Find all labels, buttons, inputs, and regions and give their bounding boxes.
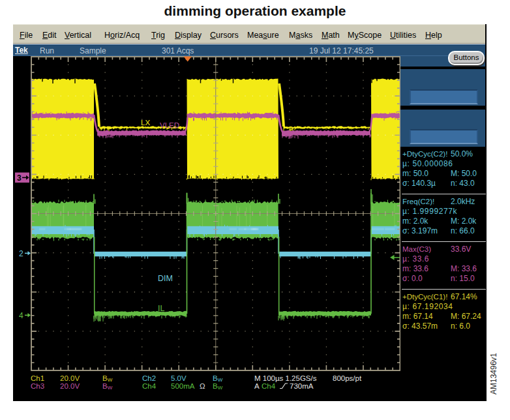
svg-text:DIM: DIM xyxy=(158,274,173,283)
svg-text:4: 4 xyxy=(19,311,23,320)
svg-text:20.0V: 20.0V xyxy=(60,374,80,382)
svg-text:5.0V: 5.0V xyxy=(171,374,187,382)
svg-text:IL: IL xyxy=(158,304,164,313)
svg-text:LX: LX xyxy=(141,119,150,127)
svg-text:VLED: VLED xyxy=(160,121,179,129)
svg-text:Ch3: Ch3 xyxy=(31,382,44,390)
svg-text:730mA: 730mA xyxy=(290,382,314,390)
svg-text:BW: BW xyxy=(102,382,113,391)
svg-text:20.0V: 20.0V xyxy=(60,382,80,390)
svg-text:Ch4: Ch4 xyxy=(142,382,157,390)
svg-text:BW: BW xyxy=(213,382,223,391)
svg-text:2: 2 xyxy=(19,249,23,258)
svg-text:Ω: Ω xyxy=(200,382,205,390)
svg-text:Ch2: Ch2 xyxy=(142,374,156,382)
svg-text:3: 3 xyxy=(17,173,22,183)
svg-text:A: A xyxy=(254,382,260,390)
svg-text:Ch4: Ch4 xyxy=(262,382,276,390)
svg-text:500mA: 500mA xyxy=(171,382,195,390)
svg-text:M 100µs 1.25GS/s: M 100µs 1.25GS/s xyxy=(254,374,317,382)
svg-text:Ch1: Ch1 xyxy=(31,374,44,382)
svg-text:800ps/pt: 800ps/pt xyxy=(333,374,362,382)
